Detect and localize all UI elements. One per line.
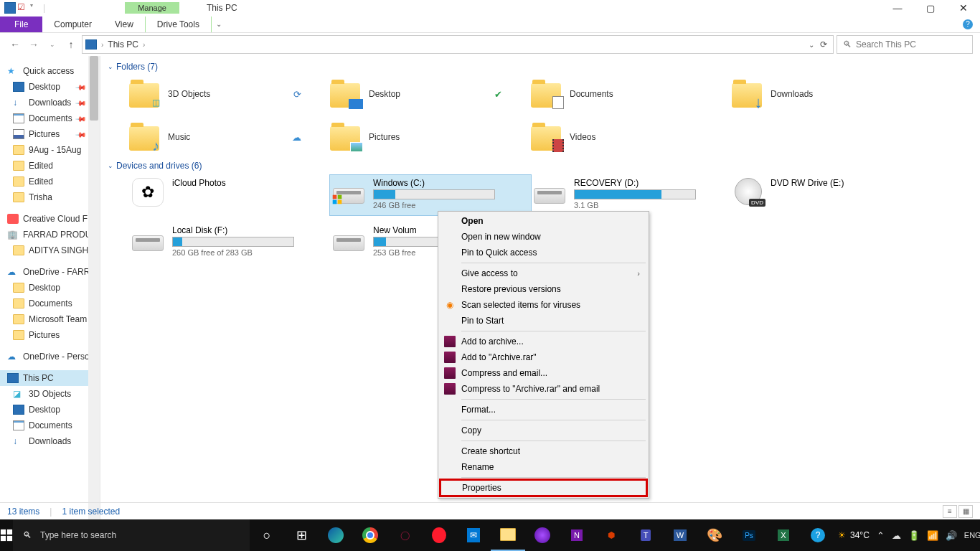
sidebar-od-team[interactable]: Microsoft Team — [0, 311, 100, 327]
chevron-right-icon[interactable]: › — [143, 41, 145, 49]
folder-pictures[interactable]: Pictures — [330, 119, 531, 155]
tray-overflow-icon[interactable]: ⌃ — [877, 530, 885, 541]
menu-add-archive[interactable]: Add to archive... — [440, 334, 647, 349]
start-button[interactable] — [0, 519, 13, 551]
chrome-icon[interactable] — [353, 519, 387, 551]
photoshop-icon[interactable]: Ps — [732, 519, 766, 551]
menu-rename[interactable]: Rename — [440, 459, 647, 475]
sidebar-folder[interactable]: Edited — [0, 158, 100, 174]
onenote-icon[interactable]: N — [560, 519, 594, 551]
folder-music[interactable]: ♪Music☁ — [129, 119, 330, 155]
language-icon[interactable]: ENG — [964, 531, 980, 540]
recent-dropdown[interactable]: ⌄ — [44, 37, 60, 52]
address-dropdown-icon[interactable]: ⌄ — [809, 41, 814, 49]
computer-tab[interactable]: Computer — [42, 17, 103, 32]
menu-format[interactable]: Format... — [440, 402, 647, 418]
menu-scan-viruses[interactable]: ◉Scan selected items for viruses — [440, 297, 647, 313]
volume-icon[interactable]: 🔊 — [946, 530, 957, 541]
address-bar[interactable]: › This PC › ⌄ ⟳ — [82, 35, 834, 54]
sidebar-scrollbar[interactable] — [88, 56, 100, 519]
ribbon-collapse-icon[interactable]: ⌄ — [216, 20, 222, 28]
sidebar-od-desktop[interactable]: Desktop — [0, 280, 100, 296]
office-icon[interactable]: ⬢ — [594, 519, 628, 551]
sidebar-quick-access[interactable]: ★Quick access — [0, 63, 100, 79]
taskbar-search[interactable]: 🔍︎ Type here to search — [13, 519, 250, 551]
sidebar-downloads[interactable]: ↓Downloads📌 — [0, 95, 100, 110]
drive-dvd-e[interactable]: DVD RW Drive (E:) — [732, 175, 933, 215]
sidebar-farrad[interactable]: 🏢FARRAD PRODU — [0, 227, 100, 242]
sidebar-folder[interactable]: Trisha — [0, 189, 100, 205]
menu-properties[interactable]: Properties — [440, 480, 646, 496]
sidebar-folder[interactable]: ADITYA SINGH — [0, 242, 100, 258]
paint-icon[interactable]: 🎨 — [697, 519, 732, 551]
menu-open-new-window[interactable]: Open in new window — [440, 229, 647, 245]
menu-pin-quick-access[interactable]: Pin to Quick access — [440, 245, 647, 260]
menu-copy[interactable]: Copy — [440, 423, 647, 438]
firefox-icon[interactable] — [525, 519, 560, 551]
chevron-right-icon[interactable]: › — [101, 41, 103, 49]
menu-compress-email[interactable]: Compress and email... — [440, 365, 647, 381]
drives-group-header[interactable]: ⌄Devices and drives (6) — [108, 155, 980, 175]
up-button[interactable]: ↑ — [63, 37, 79, 52]
menu-create-shortcut[interactable]: Create shortcut — [440, 443, 647, 459]
get-help-icon[interactable]: ? — [801, 519, 835, 551]
forward-button[interactable]: → — [26, 37, 42, 52]
back-button[interactable]: ← — [7, 37, 23, 52]
sidebar-desktop[interactable]: Desktop📌 — [0, 79, 100, 95]
sidebar-this-pc[interactable]: This PC — [0, 370, 100, 386]
drive-windows-c[interactable]: Windows (C:) 246 GB free — [330, 175, 531, 215]
drive-icloud[interactable]: ✿ iCloud Photos — [129, 175, 330, 215]
cortana-button[interactable]: ○ — [250, 519, 284, 551]
menu-add-rar[interactable]: Add to "Archive.rar" — [440, 349, 647, 365]
weather-widget[interactable]: ☀34°C — [838, 530, 870, 540]
breadcrumb[interactable]: This PC — [108, 39, 138, 50]
menu-open[interactable]: Open — [440, 213, 647, 229]
sidebar-3d-objects[interactable]: ◪3D Objects — [0, 386, 100, 402]
drive-local-f[interactable]: Local Disk (F:) 260 GB free of 283 GB — [129, 222, 330, 263]
sidebar-folder[interactable]: 9Aug - 15Aug — [0, 142, 100, 158]
menu-compress-rar-email[interactable]: Compress to "Archive.rar" and email — [440, 381, 647, 397]
battery-icon[interactable]: 🔋 — [908, 530, 920, 541]
refresh-button[interactable]: ⟳ — [820, 39, 827, 50]
drive-tools-tab[interactable]: Drive Tools — [145, 17, 212, 32]
folder-desktop[interactable]: Desktop✔ — [330, 76, 531, 112]
sidebar-onedrive2[interactable]: ☁OneDrive - Perso — [0, 349, 100, 364]
opera-icon[interactable] — [422, 519, 456, 551]
sidebar-documents[interactable]: Documents📌 — [0, 110, 100, 126]
search-input[interactable] — [856, 39, 966, 50]
maximize-button[interactable]: ▢ — [914, 0, 947, 16]
dropdown-icon[interactable]: ▾ — [30, 2, 42, 14]
sidebar-folder[interactable]: Edited — [0, 174, 100, 189]
file-tab[interactable]: File — [0, 17, 42, 32]
opera-gx-icon[interactable]: ◯ — [387, 519, 422, 551]
drive-recovery-d[interactable]: RECOVERY (D:) 3.1 GB — [531, 175, 732, 215]
folder-videos[interactable]: Videos — [531, 119, 732, 155]
view-tab[interactable]: View — [103, 17, 145, 32]
close-button[interactable]: ✕ — [947, 0, 980, 16]
sidebar-tp-documents[interactable]: Documents — [0, 418, 100, 433]
task-view-button[interactable]: ⊞ — [284, 519, 319, 551]
folder-documents[interactable]: Documents — [531, 76, 732, 112]
sidebar-onedrive1[interactable]: ☁OneDrive - FARR — [0, 264, 100, 280]
menu-give-access[interactable]: Give access to› — [440, 265, 647, 281]
edge-icon[interactable] — [319, 519, 353, 551]
folders-group-header[interactable]: ⌄Folders (7) — [108, 56, 980, 76]
menu-pin-start[interactable]: Pin to Start — [440, 313, 647, 329]
excel-icon[interactable]: X — [766, 519, 801, 551]
minimize-button[interactable]: — — [881, 0, 914, 16]
folder-3d-objects[interactable]: ◫3D Objects⟳ — [129, 76, 330, 112]
sidebar-od-documents[interactable]: Documents — [0, 296, 100, 311]
sidebar-creative-cloud[interactable]: Creative Cloud F — [0, 211, 100, 227]
menu-restore-versions[interactable]: Restore previous versions — [440, 281, 647, 297]
word-icon[interactable]: W — [663, 519, 697, 551]
sidebar-tp-downloads[interactable]: ↓Downloads — [0, 433, 100, 449]
sidebar-tp-desktop[interactable]: Desktop — [0, 402, 100, 418]
sidebar-pictures[interactable]: Pictures📌 — [0, 126, 100, 142]
onedrive-tray-icon[interactable]: ☁ — [892, 530, 901, 541]
search-box[interactable]: 🔍︎ — [837, 35, 973, 54]
wifi-icon[interactable]: 📶 — [927, 530, 938, 541]
help-button[interactable]: ? — [963, 19, 973, 29]
folder-downloads[interactable]: ↓Downloads — [732, 76, 933, 112]
sidebar-od-pictures[interactable]: Pictures — [0, 327, 100, 343]
mail-icon[interactable]: ✉ — [456, 519, 491, 551]
